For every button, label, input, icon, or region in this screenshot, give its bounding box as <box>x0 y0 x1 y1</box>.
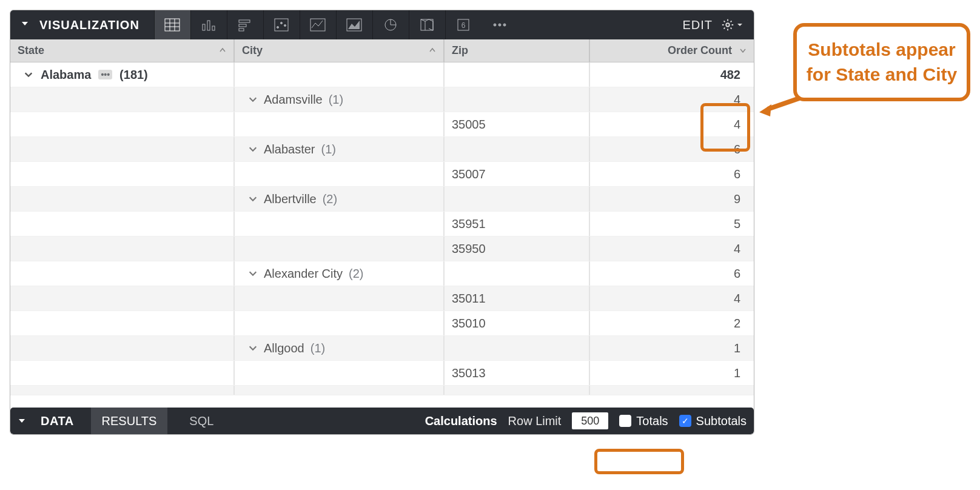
annotation-highlight-subtotals-checkbox <box>594 449 684 474</box>
vis-type-hbar-button[interactable] <box>227 10 263 39</box>
column-label: State <box>18 44 44 57</box>
svg-rect-18 <box>421 19 433 30</box>
gear-icon <box>721 18 734 32</box>
subtotals-label: Subtotals <box>696 414 747 428</box>
state-count: (181) <box>119 68 148 82</box>
column-header-zip[interactable]: Zip <box>445 39 590 62</box>
vis-type-bar-button[interactable] <box>190 10 227 39</box>
zip-count-value: 1 <box>734 366 740 380</box>
vis-type-pie-button[interactable] <box>372 10 409 39</box>
zip-count-value: 4 <box>734 242 740 256</box>
city-subtotal-value: 4 <box>734 93 740 107</box>
vis-type-table-button[interactable] <box>154 10 190 39</box>
svg-point-24 <box>726 23 730 27</box>
svg-rect-10 <box>239 29 244 31</box>
chevron-down-icon <box>248 144 258 154</box>
city-name: Alabaster <box>264 143 315 156</box>
svg-point-13 <box>281 22 283 24</box>
area-chart-icon <box>346 18 362 32</box>
caret-down-icon <box>737 22 743 28</box>
svg-point-21 <box>494 24 496 26</box>
zip-row: 35011 4 <box>10 286 754 311</box>
city-subtotal-row: Alabaster (1) 6 <box>10 137 754 162</box>
svg-rect-6 <box>207 21 210 30</box>
city-subtotal-row: Adamsville (1) 4 <box>10 87 754 112</box>
horizontal-bar-icon <box>238 18 252 32</box>
edit-button[interactable]: EDIT <box>682 18 713 32</box>
collapse-visualization-button[interactable] <box>10 19 39 30</box>
data-bottombar: DATA RESULTS SQL Calculations Row Limit … <box>10 408 754 434</box>
city-subtotal-row: Allgood (1) 1 <box>10 336 754 361</box>
svg-point-22 <box>498 24 501 26</box>
ellipsis-icon[interactable]: ••• <box>98 70 112 79</box>
subtotals-checkbox[interactable]: ✓ Subtotals <box>679 414 747 428</box>
vis-type-map-button[interactable] <box>409 10 445 39</box>
scatter-icon <box>274 18 289 32</box>
zip-count-value: 2 <box>734 317 740 331</box>
chevron-down-icon <box>248 95 258 104</box>
sort-desc-icon <box>739 46 747 56</box>
row-limit-input[interactable] <box>572 412 608 429</box>
vis-type-more-button[interactable] <box>482 10 518 39</box>
visualization-topbar: VISUALIZATION <box>10 10 754 39</box>
bar-chart-icon <box>201 18 216 32</box>
city-subtotal-value: 9 <box>734 192 740 206</box>
settings-button[interactable] <box>721 18 743 32</box>
totals-label: Totals <box>636 414 668 428</box>
state-name: Alabama <box>41 68 91 82</box>
city-cell[interactable]: Allgood (1) <box>235 336 445 360</box>
zip-value: 35005 <box>452 118 486 132</box>
city-count: (1) <box>321 143 336 156</box>
vis-type-area-button[interactable] <box>336 10 372 39</box>
zip-row: 35005 4 <box>10 112 754 137</box>
chevron-down-icon <box>248 194 258 204</box>
zip-value: 35010 <box>452 317 486 331</box>
city-count: (2) <box>323 192 337 206</box>
svg-rect-0 <box>165 19 180 31</box>
totals-checkbox[interactable]: Totals <box>619 414 668 428</box>
checkbox-checked-icon: ✓ <box>679 415 691 427</box>
vis-type-line-button[interactable] <box>300 10 336 39</box>
data-title: DATA <box>41 414 74 428</box>
city-cell[interactable]: Alabaster (1) <box>235 137 445 161</box>
city-cell[interactable]: Alexander City (2) <box>235 261 445 286</box>
caret-down-icon <box>21 19 29 28</box>
city-cell[interactable]: Adamsville (1) <box>235 87 445 112</box>
zip-row: 35951 5 <box>10 212 754 237</box>
zip-count-value: 5 <box>734 217 740 231</box>
tab-sql[interactable]: SQL <box>178 408 224 434</box>
zip-row: 35010 2 <box>10 311 754 336</box>
sort-asc-icon <box>429 46 436 56</box>
row-limit-label: Row Limit <box>508 414 562 428</box>
checkbox-unchecked-icon <box>619 415 631 427</box>
zip-count-value: 6 <box>734 167 740 181</box>
collapse-data-button[interactable] <box>18 414 26 428</box>
city-count: (1) <box>329 93 343 107</box>
city-name: Adamsville <box>264 93 323 107</box>
table-body: Alabama ••• (181) 482 Adamsville (1) 4 3… <box>10 62 754 395</box>
state-subtotal-row: Alabama ••• (181) 482 <box>10 62 754 87</box>
vis-type-single-value-button[interactable]: 6 <box>445 10 482 39</box>
city-cell[interactable]: Albertville (2) <box>235 187 445 211</box>
sort-asc-icon <box>219 46 226 56</box>
zip-row: 35013 1 <box>10 361 754 386</box>
svg-rect-8 <box>239 20 250 22</box>
tab-results[interactable]: RESULTS <box>91 408 168 434</box>
more-icon <box>492 22 507 27</box>
city-name: Albertville <box>264 192 317 206</box>
city-count: (1) <box>310 341 325 355</box>
calculations-button[interactable]: Calculations <box>425 414 497 428</box>
state-subtotal-value: 482 <box>720 68 740 82</box>
column-header-city[interactable]: City <box>235 39 445 62</box>
column-header-state[interactable]: State <box>10 39 235 62</box>
column-header-order-count[interactable]: Order Count <box>590 39 754 62</box>
vis-type-scatter-button[interactable] <box>263 10 300 39</box>
svg-rect-9 <box>239 24 246 27</box>
state-cell[interactable]: Alabama ••• (181) <box>10 62 235 87</box>
svg-point-12 <box>277 27 279 29</box>
single-value-icon: 6 <box>456 18 471 32</box>
column-label: City <box>242 44 263 57</box>
pie-chart-icon <box>383 18 398 32</box>
city-name: Alexander City <box>264 267 343 281</box>
svg-rect-7 <box>212 26 215 30</box>
